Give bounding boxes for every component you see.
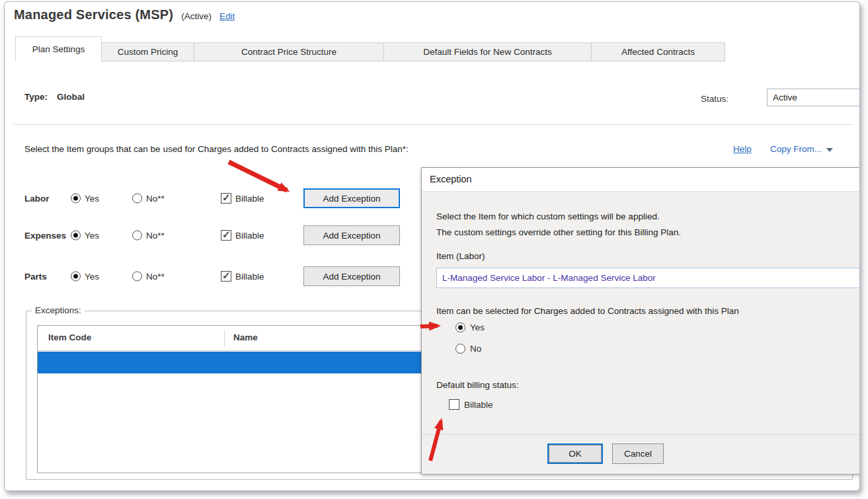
- item-label: Item (Labor): [436, 251, 485, 261]
- dialog-title: Exception: [430, 174, 472, 184]
- expenses-yes-label: Yes: [85, 231, 99, 241]
- parts-yes-label: Yes: [85, 272, 99, 282]
- page-title: Managed Services (MSP): [14, 7, 173, 22]
- cancel-button[interactable]: Cancel: [612, 443, 664, 464]
- labor-no-radio[interactable]: [132, 194, 142, 204]
- edit-link[interactable]: Edit: [219, 11, 235, 21]
- parts-billable-checkbox[interactable]: [221, 271, 231, 282]
- parts-no-label: No**: [146, 272, 165, 282]
- tab-plan-settings[interactable]: Plan Settings: [15, 36, 102, 61]
- tab-affected-contracts[interactable]: Affected Contracts: [592, 42, 725, 61]
- dialog-billable-checkbox[interactable]: [449, 399, 459, 410]
- labor-no-label: No**: [146, 194, 165, 204]
- item-select[interactable]: [436, 268, 860, 288]
- expenses-yes-radio[interactable]: [71, 231, 81, 241]
- column-divider: [224, 330, 225, 346]
- type-row: Type: Global: [24, 92, 85, 102]
- exception-dialog: Exception Select the Item for which cust…: [421, 167, 860, 475]
- dialog-instruction-line2: The custom settings override other setti…: [436, 227, 681, 237]
- labor-yes-label: Yes: [85, 194, 99, 204]
- dialog-no-label: No: [470, 344, 481, 354]
- group-label: Expenses: [24, 231, 66, 241]
- page-header: Managed Services (MSP) (Active) Edit: [14, 7, 235, 22]
- tab-custom-pricing[interactable]: Custom Pricing: [102, 42, 194, 61]
- dialog-yes-label: Yes: [470, 323, 485, 332]
- dialog-billable-label: Billable: [464, 400, 493, 410]
- parts-add-exception-button[interactable]: Add Exception: [303, 266, 400, 286]
- group-row-expenses: Expenses Yes No** Billable Add Exception: [24, 225, 408, 245]
- default-billing-status-label: Default billing status:: [436, 380, 519, 390]
- tab-bar: Plan Settings Custom Pricing Contract Pr…: [15, 36, 725, 61]
- dialog-footer-divider: [422, 434, 860, 435]
- tab-default-fields[interactable]: Default Fields for New Contracts: [384, 42, 592, 61]
- parts-billable-label: Billable: [235, 272, 264, 282]
- group-label: Parts: [24, 272, 47, 282]
- labor-add-exception-button[interactable]: Add Exception: [303, 188, 400, 208]
- group-label: Labor: [24, 194, 50, 204]
- help-link[interactable]: Help: [733, 144, 752, 154]
- tab-contract-price-structure[interactable]: Contract Price Structure: [194, 42, 384, 61]
- type-label: Type:: [24, 92, 48, 102]
- dialog-instruction-line1: Select the Item for which custom setting…: [436, 211, 660, 221]
- column-header-item-code: Item Code: [48, 332, 91, 342]
- item-groups-instruction: Select the Item groups that can be used …: [24, 144, 409, 154]
- column-header-name: Name: [233, 332, 258, 342]
- expenses-add-exception-button[interactable]: Add Exception: [303, 225, 400, 245]
- dialog-yes-radio[interactable]: [455, 323, 465, 332]
- section-divider: [14, 124, 853, 125]
- copy-from-dropdown[interactable]: Copy From...: [770, 144, 833, 154]
- parts-yes-radio[interactable]: [71, 272, 81, 282]
- labor-billable-checkbox[interactable]: [221, 193, 231, 204]
- type-value: Global: [57, 92, 85, 102]
- copy-from-label: Copy From...: [770, 144, 822, 154]
- group-row-parts: Parts Yes No** Billable Add Exception: [24, 266, 408, 286]
- labor-yes-radio[interactable]: [71, 194, 81, 204]
- expenses-billable-label: Billable: [235, 231, 264, 241]
- charges-label: Item can be selected for Charges added t…: [436, 306, 739, 316]
- app-window: Managed Services (MSP) (Active) Edit Pla…: [4, 1, 860, 491]
- expenses-no-label: No**: [146, 231, 165, 241]
- labor-billable-label: Billable: [235, 194, 264, 204]
- dialog-header: Exception: [422, 168, 860, 192]
- expenses-no-radio[interactable]: [132, 231, 142, 241]
- group-row-labor: Labor Yes No** Billable Add Exception: [24, 188, 408, 208]
- chevron-down-icon: [826, 148, 833, 152]
- dialog-no-radio[interactable]: [455, 344, 465, 354]
- status-badge: (Active): [181, 11, 212, 21]
- expenses-billable-checkbox[interactable]: [221, 230, 231, 241]
- ok-button[interactable]: OK: [547, 443, 603, 464]
- status-input[interactable]: [767, 89, 860, 106]
- parts-no-radio[interactable]: [132, 272, 142, 282]
- status-label: Status:: [701, 94, 729, 104]
- exceptions-legend: Exceptions:: [32, 305, 85, 315]
